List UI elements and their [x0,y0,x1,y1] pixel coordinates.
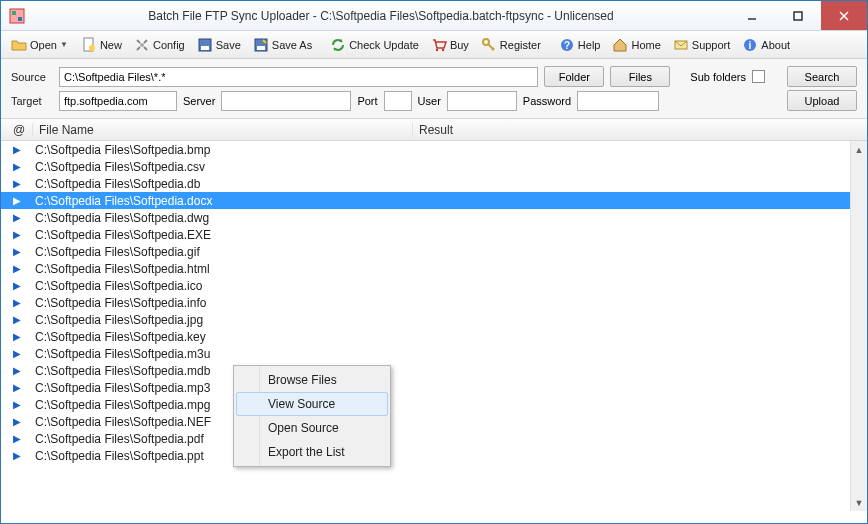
file-path: C:\Softpedia Files\Softpedia.key [33,330,867,344]
play-icon: ▶ [1,382,33,393]
svg-point-14 [436,48,438,50]
file-path: C:\Softpedia Files\Softpedia.EXE [33,228,867,242]
save-as-label: Save As [272,39,312,51]
file-path: C:\Softpedia Files\Softpedia.docx [33,194,867,208]
file-path: C:\Softpedia Files\Softpedia.info [33,296,867,310]
scroll-up-icon[interactable]: ▲ [851,141,867,158]
subfolders-checkbox[interactable] [752,70,765,83]
table-row[interactable]: ▶C:\Softpedia Files\Softpedia.mpg [1,396,867,413]
svg-text:?: ? [564,40,570,51]
files-button[interactable]: Files [610,66,670,87]
table-row[interactable]: ▶C:\Softpedia Files\Softpedia.ico [1,277,867,294]
save-as-button[interactable]: Save As [247,34,318,56]
file-path: C:\Softpedia Files\Softpedia.html [33,262,867,276]
source-input[interactable] [59,67,538,87]
file-path: C:\Softpedia Files\Softpedia.mpg [33,398,867,412]
table-row[interactable]: ▶C:\Softpedia Files\Softpedia.ppt [1,447,867,464]
dropdown-icon[interactable]: ▼ [60,40,69,49]
table-row[interactable]: ▶C:\Softpedia Files\Softpedia.EXE [1,226,867,243]
table-row[interactable]: ▶C:\Softpedia Files\Softpedia.pdf [1,430,867,447]
close-button[interactable] [821,1,867,30]
table-row[interactable]: ▶C:\Softpedia Files\Softpedia.NEF [1,413,867,430]
play-icon: ▶ [1,314,33,325]
play-icon: ▶ [1,212,33,223]
svg-rect-13 [257,46,265,50]
play-icon: ▶ [1,331,33,342]
context-menu-item[interactable]: View Source [236,392,388,416]
scroll-down-icon[interactable]: ▼ [851,494,867,511]
titlebar: Batch File FTP Sync Uploader - C:\Softpe… [1,1,867,31]
open-button[interactable]: Open▼ [5,34,75,56]
buy-label: Buy [450,39,469,51]
new-button[interactable]: New [75,34,128,56]
minimize-button[interactable] [729,1,775,30]
home-icon [612,37,628,53]
register-button[interactable]: Register [475,34,547,56]
context-menu-item[interactable]: Open Source [236,416,388,440]
table-row[interactable]: ▶C:\Softpedia Files\Softpedia.html [1,260,867,277]
table-row[interactable]: ▶C:\Softpedia Files\Softpedia.key [1,328,867,345]
file-list[interactable]: ▶C:\Softpedia Files\Softpedia.bmp▶C:\Sof… [1,141,867,511]
table-row[interactable]: ▶C:\Softpedia Files\Softpedia.csv [1,158,867,175]
play-icon: ▶ [1,433,33,444]
play-icon: ▶ [1,144,33,155]
context-menu-item[interactable]: Browse Files [236,368,388,392]
key-icon [481,37,497,53]
play-icon: ▶ [1,178,33,189]
config-label: Config [153,39,185,51]
maximize-button[interactable] [775,1,821,30]
target-input[interactable] [59,91,177,111]
window-title: Batch File FTP Sync Uploader - C:\Softpe… [33,9,729,23]
user-label: User [418,95,441,107]
folder-button[interactable]: Folder [544,66,604,87]
toolbar: Open▼ New Config Save Save As Check Upda… [1,31,867,59]
user-input[interactable] [447,91,517,111]
file-path: C:\Softpedia Files\Softpedia.ico [33,279,867,293]
play-icon: ▶ [1,263,33,274]
open-label: Open [30,39,57,51]
column-result[interactable]: Result [413,123,849,137]
table-row[interactable]: ▶C:\Softpedia Files\Softpedia.gif [1,243,867,260]
port-input[interactable] [384,91,412,111]
table-row[interactable]: ▶C:\Softpedia Files\Softpedia.mdb [1,362,867,379]
table-row[interactable]: ▶C:\Softpedia Files\Softpedia.info [1,294,867,311]
svg-point-8 [89,45,95,51]
home-button[interactable]: Home [606,34,666,56]
upload-button[interactable]: Upload [787,90,857,111]
search-button[interactable]: Search [787,66,857,87]
source-label: Source [11,71,53,83]
help-button[interactable]: ?Help [553,34,607,56]
buy-button[interactable]: Buy [425,34,475,56]
file-path: C:\Softpedia Files\Softpedia.jpg [33,313,867,327]
save-as-icon [253,37,269,53]
play-icon: ▶ [1,450,33,461]
vertical-scrollbar[interactable]: ▲ ▼ [850,141,867,511]
about-button[interactable]: iAbout [736,34,796,56]
file-path: C:\Softpedia Files\Softpedia.gif [33,245,867,259]
column-filename[interactable]: File Name [33,123,413,137]
table-row[interactable]: ▶C:\Softpedia Files\Softpedia.jpg [1,311,867,328]
server-input[interactable] [221,91,351,111]
file-path: C:\Softpedia Files\Softpedia.db [33,177,867,191]
table-row[interactable]: ▶C:\Softpedia Files\Softpedia.m3u [1,345,867,362]
column-at[interactable]: @ [1,123,33,137]
context-menu-item[interactable]: Export the List [236,440,388,464]
table-row[interactable]: ▶C:\Softpedia Files\Softpedia.docx [1,192,867,209]
table-row[interactable]: ▶C:\Softpedia Files\Softpedia.bmp [1,141,867,158]
svg-point-15 [442,48,444,50]
play-icon: ▶ [1,348,33,359]
table-row[interactable]: ▶C:\Softpedia Files\Softpedia.mp3 [1,379,867,396]
table-row[interactable]: ▶C:\Softpedia Files\Softpedia.db [1,175,867,192]
password-input[interactable] [577,91,659,111]
save-button[interactable]: Save [191,34,247,56]
support-label: Support [692,39,731,51]
file-path: C:\Softpedia Files\Softpedia.mdb [33,364,867,378]
play-icon: ▶ [1,280,33,291]
check-update-button[interactable]: Check Update [324,34,425,56]
play-icon: ▶ [1,399,33,410]
table-row[interactable]: ▶C:\Softpedia Files\Softpedia.dwg [1,209,867,226]
svg-rect-2 [18,17,22,21]
support-button[interactable]: Support [667,34,737,56]
config-button[interactable]: Config [128,34,191,56]
save-icon [197,37,213,53]
